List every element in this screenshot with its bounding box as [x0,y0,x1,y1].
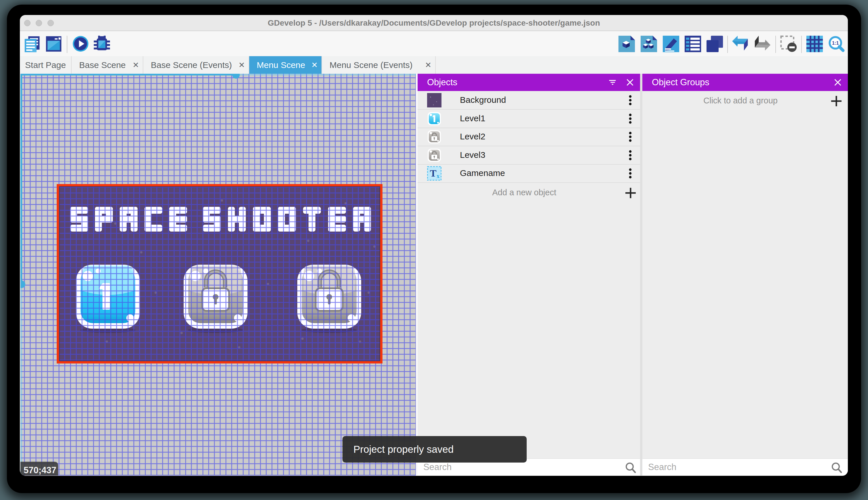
svg-text:570;437: 570;437 [24,465,56,475]
svg-text:x: x [437,173,439,179]
svg-text:1:1: 1:1 [832,40,838,46]
svg-text:T: T [430,168,437,179]
